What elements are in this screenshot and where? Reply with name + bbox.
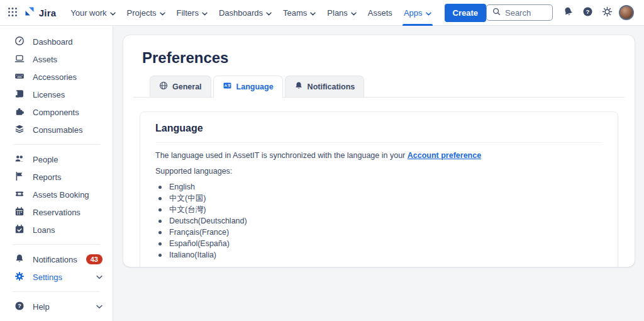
chevron-down-icon	[426, 8, 431, 18]
notifications-button[interactable]	[559, 4, 577, 21]
sidebar-item-loans[interactable]: Loans	[0, 221, 113, 239]
avatar	[619, 5, 634, 20]
nav-item-apps[interactable]: Apps	[398, 0, 437, 26]
language-card: Language The language used in AssetIT is…	[140, 111, 618, 267]
svg-text:A: A	[224, 83, 227, 87]
chevron-down-icon	[202, 8, 208, 18]
language-list-item: 中文(台灣)	[155, 204, 602, 215]
globe-icon	[159, 81, 168, 92]
sidebar-item-assets[interactable]: Assets	[0, 50, 113, 68]
search-input[interactable]	[505, 8, 547, 18]
main-content: Preferences General A	[113, 26, 644, 321]
sidebar-divider	[13, 291, 100, 292]
chevron-down-icon	[310, 8, 316, 18]
flag-icon	[14, 171, 25, 183]
card-title: Language	[155, 123, 602, 134]
language-list-item: Français(France)	[155, 227, 602, 238]
app-switcher-button[interactable]	[6, 4, 19, 21]
chevron-down-icon	[110, 8, 116, 18]
chevron-down-icon	[96, 275, 103, 279]
tab-language[interactable]: A Language	[213, 76, 283, 98]
top-navigation-bar: Jira Your work Projects Filters Dashboar…	[0, 0, 644, 26]
search-icon	[492, 7, 501, 18]
nav-item-teams[interactable]: Teams	[277, 0, 321, 26]
preferences-panel: Preferences General A	[123, 35, 635, 267]
sidebar-item-settings[interactable]: Settings	[0, 268, 113, 286]
primary-nav: Your work Projects Filters Dashboards Te…	[65, 0, 436, 26]
preferences-tabs: General A Language	[133, 76, 625, 98]
grid-icon	[8, 7, 18, 19]
sidebar-item-help[interactable]: ? Help	[0, 298, 113, 315]
people-icon	[14, 154, 25, 166]
gauge-icon	[14, 36, 25, 48]
supported-languages-label: Supported languages:	[155, 167, 602, 176]
laptop-icon	[14, 54, 25, 65]
sidebar-item-accessories[interactable]: Accessories	[0, 68, 113, 86]
account-preference-link[interactable]: Account preference	[408, 151, 481, 160]
sidebar-item-consumables[interactable]: Consumables	[0, 121, 113, 138]
page-title: Preferences	[142, 49, 625, 67]
nav-item-your-work[interactable]: Your work	[65, 0, 121, 26]
language-list-item: English	[155, 181, 602, 193]
svg-text:?: ?	[586, 8, 589, 15]
language-list-item: Deutsch(Deutschland)	[155, 215, 602, 227]
bell-icon	[294, 81, 303, 92]
card-divider	[155, 142, 602, 143]
nav-item-dashboards[interactable]: Dashboards	[213, 0, 277, 26]
language-list: English 中文(中国) 中文(台灣) Deutsch(Deutschlan…	[155, 181, 602, 261]
jira-home-link[interactable]: Jira	[24, 6, 57, 20]
sidebar-divider	[13, 244, 100, 245]
nav-item-plans[interactable]: Plans	[321, 0, 362, 26]
license-icon	[14, 89, 25, 101]
ticket-icon	[14, 189, 25, 201]
keyboard-icon	[14, 71, 25, 83]
chevron-down-icon	[96, 305, 103, 309]
nav-item-projects[interactable]: Projects	[121, 0, 171, 26]
sidebar-item-dashboard[interactable]: Dashboard	[0, 33, 113, 50]
gear-icon	[14, 271, 25, 283]
sidebar-item-reports[interactable]: Reports	[0, 168, 113, 186]
language-list-item: Español(España)	[155, 238, 602, 249]
tab-notifications[interactable]: Notifications	[285, 76, 365, 97]
nav-item-filters[interactable]: Filters	[171, 0, 213, 26]
notifications-count-badge: 43	[86, 254, 103, 264]
global-search[interactable]	[486, 4, 553, 21]
chevron-down-icon	[266, 8, 272, 18]
jira-logo-icon	[24, 6, 35, 20]
sidebar-item-people[interactable]: People	[0, 150, 113, 168]
brand-name: Jira	[39, 8, 57, 18]
tab-general[interactable]: General	[150, 76, 211, 97]
chevron-down-icon	[160, 8, 165, 18]
gear-icon	[602, 6, 613, 19]
layers-icon	[14, 124, 25, 136]
sidebar-divider	[13, 144, 100, 145]
settings-button[interactable]	[598, 4, 616, 21]
topbar-actions: ?	[559, 4, 635, 21]
sidebar-item-assets-booking[interactable]: Assets Booking	[0, 186, 113, 203]
translate-icon: A	[223, 81, 232, 92]
nav-item-assets[interactable]: Assets	[362, 0, 398, 26]
language-list-item: Italiano(Italia)	[155, 249, 602, 261]
help-icon: ?	[582, 6, 593, 19]
sidebar-item-reservations[interactable]: Reservations	[0, 203, 113, 221]
sidebar-item-notifications[interactable]: Notifications 43	[0, 251, 113, 268]
puzzle-icon	[14, 106, 25, 118]
calendar-icon	[14, 206, 25, 218]
app-shell: Dashboard Assets Accessories	[0, 26, 644, 321]
bell-icon	[14, 254, 25, 266]
help-button[interactable]: ?	[579, 4, 596, 21]
language-list-item: 中文(中国)	[155, 193, 602, 204]
sidebar-item-licenses[interactable]: Licenses	[0, 86, 113, 103]
help-icon: ?	[14, 301, 25, 313]
sync-description: The language used in AssetIT is synchron…	[155, 151, 602, 160]
bell-icon	[563, 6, 574, 19]
profile-button[interactable]	[618, 4, 635, 21]
chevron-down-icon	[351, 8, 357, 18]
svg-text:?: ?	[18, 303, 21, 309]
assetit-sidebar: Dashboard Assets Accessories	[0, 26, 113, 321]
create-button[interactable]: Create	[445, 4, 486, 22]
sidebar-item-components[interactable]: Components	[0, 103, 113, 121]
calendar-check-icon	[14, 224, 25, 236]
